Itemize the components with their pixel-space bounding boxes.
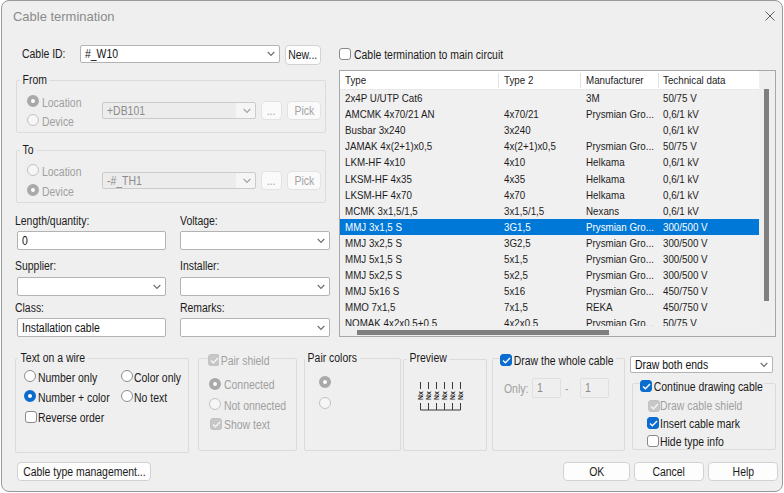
svg-text:Nx: Nx <box>457 391 464 400</box>
svg-text:Nx: Nx <box>425 391 432 400</box>
svg-text:Nx: Nx <box>417 391 424 400</box>
svg-text:Nx: Nx <box>433 391 440 400</box>
svg-text:Nx: Nx <box>449 391 456 400</box>
svg-text:Nx: Nx <box>441 391 448 400</box>
